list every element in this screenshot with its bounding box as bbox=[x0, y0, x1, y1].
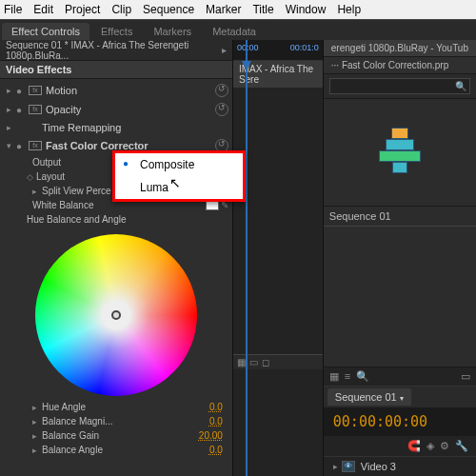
time-ruler[interactable]: 00:0000:01:0 bbox=[233, 40, 323, 61]
settings-icon[interactable]: ⚙ bbox=[440, 440, 449, 452]
tab-effect-controls[interactable]: Effect Controls bbox=[2, 23, 89, 40]
menu-sequence[interactable]: Sequence bbox=[143, 3, 194, 16]
video-effects-header: Video Effects bbox=[0, 61, 232, 79]
right-panel: erengeti 1080p.BluRay - YouTub ··· Fast … bbox=[324, 40, 476, 476]
output-dropdown-menu: Composite Luma bbox=[112, 150, 246, 202]
tab-metadata[interactable]: Metadata bbox=[203, 23, 266, 40]
menubar: File Edit Project Clip Sequence Marker T… bbox=[0, 0, 476, 19]
color-wheel-center[interactable] bbox=[111, 310, 121, 320]
chevron-down-icon: ▾ bbox=[400, 394, 404, 403]
marker-icon[interactable]: ◈ bbox=[426, 440, 434, 452]
menu-edit[interactable]: Edit bbox=[33, 3, 53, 16]
reset-icon[interactable] bbox=[215, 103, 228, 116]
timeline-mini-panel: 00:0000:01:0 IMAX - Africa The Sere ▦ ▭ … bbox=[233, 40, 324, 476]
effect-controls-panel: Sequence 01 * IMAX - Africa The Serenget… bbox=[0, 40, 233, 476]
track-video-3[interactable]: ▸ 👁 Video 3 bbox=[324, 456, 476, 476]
timeline-panel: ▦ ≡ 🔍 ▭ Sequence 01 ▾ 00:00:00:00 🧲 ◈ ⚙ … bbox=[324, 367, 476, 476]
fx-badge-icon: fx bbox=[29, 86, 42, 95]
tab-markers[interactable]: Markers bbox=[144, 23, 201, 40]
mid-tool-row: ▦ ▭ ◻ bbox=[233, 354, 323, 369]
sequence-breadcrumb[interactable]: Sequence 01 * IMAX - Africa The Serenget… bbox=[0, 40, 232, 61]
param-balance-gain[interactable]: ▸Balance Gain 20.00 bbox=[0, 428, 232, 443]
tool-icon[interactable]: ◻ bbox=[262, 357, 269, 367]
search-toggle-icon[interactable]: 🔍 bbox=[356, 370, 369, 383]
menu-project[interactable]: Project bbox=[65, 3, 100, 16]
snap-icon[interactable]: 🧲 bbox=[407, 440, 421, 452]
tab-effects[interactable]: Effects bbox=[91, 23, 142, 40]
icon-view-icon[interactable]: ▦ bbox=[329, 370, 339, 383]
menu-window[interactable]: Window bbox=[286, 3, 327, 16]
timeline-tab-sequence[interactable]: Sequence 01 ▾ bbox=[327, 388, 411, 406]
new-bin-icon[interactable]: ▭ bbox=[461, 370, 470, 383]
color-wheel[interactable] bbox=[35, 234, 197, 396]
dropdown-option-composite[interactable]: Composite bbox=[115, 153, 243, 176]
menu-help[interactable]: Help bbox=[337, 3, 361, 16]
twirl-icon[interactable]: ▸ bbox=[4, 86, 13, 95]
menu-file[interactable]: File bbox=[4, 3, 22, 16]
param-balance-magnitude[interactable]: ▸Balance Magni... 0.0 bbox=[0, 414, 232, 428]
preset-sequence-label[interactable]: Sequence 01 bbox=[324, 206, 476, 227]
eye-icon[interactable]: 👁 bbox=[342, 461, 355, 472]
white-balance-swatch[interactable] bbox=[206, 201, 219, 210]
tool-icon[interactable]: ▦ bbox=[237, 357, 246, 367]
tool-icon[interactable]: ▭ bbox=[249, 357, 258, 367]
effect-motion[interactable]: ▸ ● fx Motion bbox=[0, 81, 232, 100]
preset-title: ··· Fast Color Correction.prp bbox=[324, 57, 476, 74]
param-hue-balance-angle: Hue Balance and Angle bbox=[0, 212, 232, 227]
panel-tab-strip: Effect Controls Effects Markers Metadata bbox=[0, 19, 476, 40]
param-hue-angle[interactable]: ▸Hue Angle 0.0 bbox=[0, 400, 232, 414]
project-title: erengeti 1080p.BluRay - YouTub bbox=[324, 40, 476, 57]
timecode-display[interactable]: 00:00:00:00 bbox=[324, 407, 476, 436]
clip-tab[interactable]: IMAX - Africa The Sere bbox=[233, 61, 323, 88]
dropdown-option-luma[interactable]: Luma bbox=[115, 176, 243, 199]
effect-opacity[interactable]: ▸● fx Opacity bbox=[0, 100, 232, 119]
search-input[interactable] bbox=[329, 78, 470, 94]
menu-clip[interactable]: Clip bbox=[111, 3, 131, 16]
effect-time-remapping[interactable]: ▸ Time Remapping bbox=[0, 119, 232, 136]
reset-icon[interactable] bbox=[215, 84, 228, 97]
wrench-icon[interactable]: 🔧 bbox=[455, 440, 468, 452]
menu-marker[interactable]: Marker bbox=[206, 3, 241, 16]
preset-thumbnail[interactable] bbox=[379, 128, 421, 173]
param-balance-angle[interactable]: ▸Balance Angle 0.0 bbox=[0, 443, 232, 457]
search-icon[interactable]: 🔍 bbox=[455, 81, 466, 91]
list-view-icon[interactable]: ≡ bbox=[345, 370, 350, 383]
chevron-right-icon: ▸ bbox=[222, 45, 227, 55]
menu-title[interactable]: Title bbox=[252, 3, 273, 16]
